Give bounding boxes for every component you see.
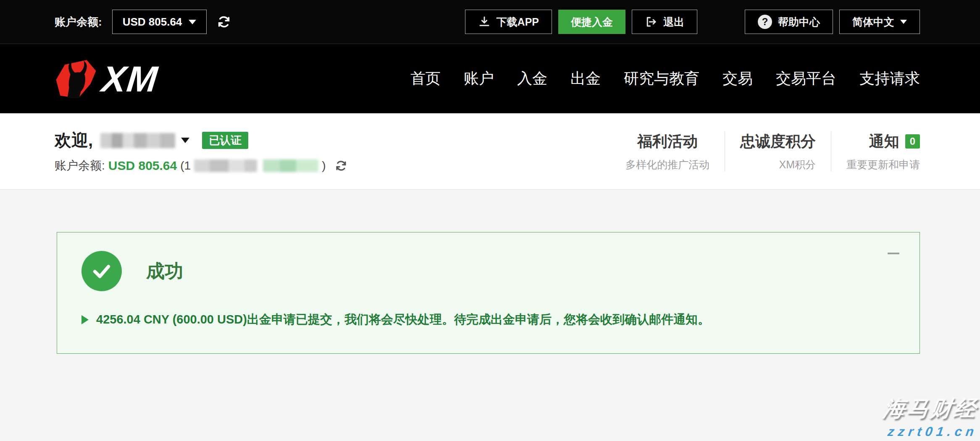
loyalty-subtitle: XM积分 [740,158,816,172]
success-alert-panel: 成功 4256.04 CNY (600.00 USD)出金申请已提交，我们将会尽… [57,232,920,354]
chevron-down-icon [900,20,907,24]
logout-button[interactable]: 退出 [632,10,697,34]
account-number-suffix: ) [322,159,326,172]
notifications-subtitle: 重要更新和申请 [846,158,920,172]
language-dropdown[interactable]: 简体中文 [839,10,920,34]
greeting-text: 欢迎, [55,129,93,152]
welcome-balance-value: USD 805.64 [108,159,177,173]
notifications-link[interactable]: 通知 0 重要更新和申请 [831,131,920,172]
balance-dropdown[interactable]: USD 805.64 [112,10,207,34]
welcome-strip: 欢迎, 已认证 账户余额: USD 805.64 (1 ) 福利活动 多样化的推… [0,113,980,190]
verified-badge: 已认证 [202,132,248,149]
balance-label: 账户余额: [55,15,102,29]
nav-item-deposit[interactable]: 入金 [517,68,547,89]
quick-deposit-label: 便捷入金 [571,15,613,29]
bullet-triangle-icon [81,315,89,324]
nav-item-account[interactable]: 账户 [464,68,494,89]
redacted-account-type [263,159,318,172]
promotions-title: 福利活动 [637,131,698,152]
notifications-title: 通知 [869,131,899,152]
help-icon: ? [758,15,772,29]
quick-deposit-button[interactable]: 便捷入金 [558,10,625,34]
account-number-prefix: (1 [180,159,191,172]
download-app-button[interactable]: 下载APP [465,10,552,34]
help-center-label: 帮助中心 [778,15,820,29]
help-center-button[interactable]: ? 帮助中心 [745,10,833,34]
download-icon [478,16,491,28]
nav-item-withdraw[interactable]: 出金 [570,68,601,89]
download-app-label: 下载APP [497,15,539,29]
user-dropdown-caret-icon[interactable] [181,138,189,143]
loyalty-points-link[interactable]: 忠诚度积分 XM积分 [725,131,831,172]
refresh-icon[interactable] [217,15,231,29]
xm-bull-icon [54,58,98,100]
nav-item-trading[interactable]: 交易 [723,68,753,89]
nav-item-home[interactable]: 首页 [410,68,441,89]
welcome-balance-label: 账户余额: [55,158,105,174]
nav-item-research-education[interactable]: 研究与教育 [624,68,699,89]
top-actions-group: 下载APP 便捷入金 退出 ? 帮助中心 简体中文 [465,10,920,34]
balance-refresh-icon[interactable] [335,159,347,172]
welcome-user-block: 欢迎, 已认证 账户余额: USD 805.64 (1 ) [55,129,347,174]
logout-icon [645,16,657,28]
account-balance-group: 账户余额: USD 805.64 [55,10,231,34]
welcome-quick-links: 福利活动 多样化的推广活动 忠诚度积分 XM积分 通知 0 重要更新和申请 [610,131,920,172]
logout-label: 退出 [663,15,684,29]
logo-text: XM [100,61,160,97]
balance-value: USD 805.64 [123,16,182,29]
nav-item-platforms[interactable]: 交易平台 [776,68,836,89]
success-message: 4256.04 CNY (600.00 USD)出金申请已提交，我们将会尽快处理… [96,311,710,328]
collapse-minus-icon[interactable] [888,253,899,254]
loyalty-title: 忠诚度积分 [740,131,816,152]
promotions-link[interactable]: 福利活动 多样化的推广活动 [610,131,725,172]
notifications-count-badge: 0 [905,134,920,149]
success-title: 成功 [146,259,183,284]
xm-logo[interactable]: XM [54,58,158,100]
nav-item-support[interactable]: 支持请求 [859,68,920,89]
language-label: 简体中文 [852,15,894,29]
promotions-subtitle: 多样化的推广活动 [625,158,709,172]
success-check-icon [81,251,122,291]
top-utility-bar: 账户余额: USD 805.64 下载APP 便捷入金 [0,0,980,44]
redacted-account-number [194,159,257,172]
main-navbar: XM 首页 账户 入金 出金 研究与教育 交易 交易平台 支持请求 [0,44,980,113]
chevron-down-icon [189,20,196,24]
redacted-username[interactable] [100,133,175,148]
main-nav-items: 首页 账户 入金 出金 研究与教育 交易 交易平台 支持请求 [410,68,920,89]
main-content: 成功 4256.04 CNY (600.00 USD)出金申请已提交，我们将会尽… [0,190,980,441]
